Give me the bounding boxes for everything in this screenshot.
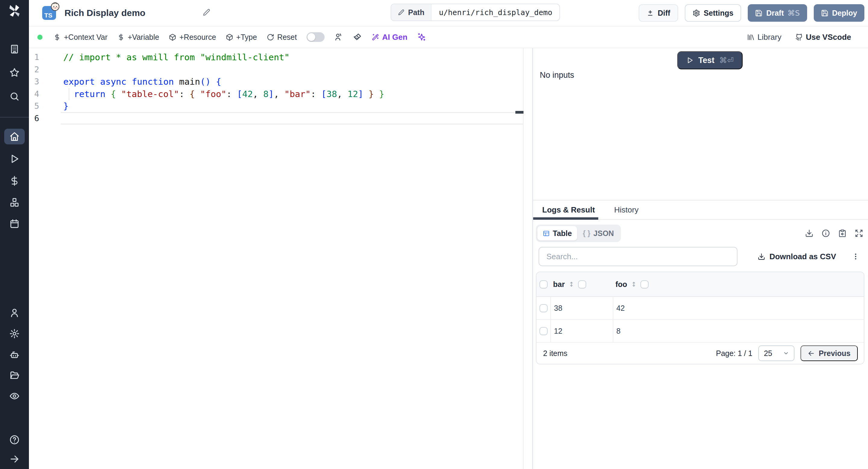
add-type-button[interactable]: +Type	[226, 33, 257, 41]
code-line[interactable]: }	[63, 100, 522, 113]
view-json-label: JSON	[593, 229, 614, 238]
workspace-icon[interactable]	[9, 44, 20, 54]
line-number-gutter: 1 2 3 4 5 6	[29, 51, 39, 124]
test-shortcut: ⌘⏎	[719, 56, 734, 65]
sparkles-icon[interactable]	[417, 33, 426, 41]
multiplayer-toggle[interactable]	[307, 32, 324, 42]
overview-ruler-cursor-mark	[516, 111, 524, 114]
expand-icon[interactable]	[855, 229, 863, 238]
result-view-row: Table { } JSON	[536, 224, 863, 242]
deploy-button[interactable]: Deploy	[814, 4, 864, 22]
table-menu-kebab-icon[interactable]	[852, 253, 860, 260]
result-section: Logs & Result History Table { }	[533, 200, 868, 469]
cell-bar: 12	[550, 320, 613, 342]
library-button[interactable]: Library	[747, 33, 781, 42]
sort-icon[interactable]	[630, 281, 637, 287]
add-context-var-button[interactable]: +Context Var	[53, 33, 107, 41]
table-header-row: bar foo	[536, 272, 864, 297]
sidebar-divider	[0, 117, 29, 118]
row-checkbox[interactable]	[539, 327, 548, 335]
sidebar-item-settings[interactable]	[9, 329, 20, 339]
sidebar-item-home[interactable]	[4, 129, 25, 145]
sidebar-item-resources[interactable]	[9, 197, 20, 208]
use-vscode-button[interactable]: Use VScode	[795, 33, 851, 42]
download-csv-button[interactable]: Download as CSV	[758, 252, 836, 261]
view-table-label: Table	[553, 229, 572, 238]
add-resource-label: +Resource	[179, 33, 216, 41]
line-number: 4	[29, 88, 39, 100]
library-icon	[747, 33, 754, 41]
sort-icon[interactable]	[568, 281, 575, 287]
favorites-star-icon[interactable]	[9, 67, 20, 78]
help-icon[interactable]	[9, 435, 20, 445]
table-icon	[543, 230, 550, 237]
draft-button[interactable]: Draft ⌘S	[748, 4, 807, 22]
reset-label: Reset	[277, 33, 297, 41]
reset-button[interactable]: Reset	[267, 33, 297, 41]
download-csv-label: Download as CSV	[770, 252, 836, 261]
download-icon[interactable]	[805, 229, 813, 238]
code-line[interactable]	[63, 113, 522, 125]
add-variable-button[interactable]: +Variable	[117, 33, 159, 41]
expand-sidebar-arrow-icon[interactable]	[9, 454, 20, 464]
code-line[interactable]: // import * as wmill from "windmill-clie…	[63, 51, 522, 64]
tab-logs-result[interactable]: Logs & Result	[542, 205, 595, 215]
edit-title-pencil-icon[interactable]	[203, 8, 210, 18]
column-toggle-checkbox[interactable]	[578, 280, 586, 288]
table-row[interactable]: 12 8	[536, 320, 864, 343]
multiplayer-users-icon[interactable]	[334, 33, 343, 41]
code-editor[interactable]: 1 2 3 4 5 6 // import * as wmill from "w…	[29, 48, 532, 469]
add-resource-button[interactable]: +Resource	[169, 33, 216, 41]
clipboard-copy-icon[interactable]	[838, 229, 846, 238]
sidebar-item-audit-eye[interactable]	[9, 391, 20, 401]
ai-gen-button[interactable]: AI Gen	[372, 33, 407, 42]
line-number: 5	[29, 100, 39, 113]
toolbar-right: Library Use VScode	[747, 33, 868, 42]
path-prefix: Path	[391, 4, 432, 21]
library-label: Library	[757, 33, 781, 42]
code-line[interactable]: export async function main() {	[63, 76, 522, 88]
path-field[interactable]: Path u/henri/rich_display_demo	[391, 4, 560, 21]
sidebar-item-schedules[interactable]	[9, 219, 20, 229]
sidebar-item-folders[interactable]	[9, 370, 20, 381]
settings-button[interactable]: Settings	[685, 4, 741, 22]
column-header-bar: bar	[553, 280, 565, 289]
cell-bar: 38	[550, 297, 613, 319]
windmill-logo-icon[interactable]	[6, 3, 23, 19]
sidebar-item-variables[interactable]	[9, 176, 20, 186]
search-input[interactable]	[538, 247, 738, 266]
view-json-button[interactable]: { } JSON	[577, 226, 619, 241]
test-run-button[interactable]: Test ⌘⏎	[677, 51, 743, 69]
items-count: 2 items	[543, 349, 567, 358]
sidebar	[0, 0, 29, 469]
page-title: Rich Display demo	[64, 8, 145, 18]
pencil-icon	[398, 9, 404, 16]
table-footer: 2 items Page: 1 / 1 25 Previous	[536, 343, 864, 364]
table-row[interactable]: 38 42	[536, 297, 864, 320]
select-all-checkbox[interactable]	[539, 280, 548, 288]
code-lines[interactable]: // import * as wmill from "windmill-clie…	[63, 51, 522, 124]
save-icon	[821, 9, 829, 17]
sidebar-item-user[interactable]	[9, 308, 20, 318]
sidebar-item-workers[interactable]	[9, 350, 20, 360]
code-line[interactable]: return { "table-col": { "foo": [42, 8], …	[63, 88, 522, 100]
code-line[interactable]	[63, 64, 522, 76]
info-icon[interactable]	[822, 229, 830, 238]
diff-icon	[647, 9, 654, 17]
view-table-button[interactable]: Table	[537, 226, 577, 241]
path-value[interactable]: u/henri/rich_display_demo	[432, 4, 559, 21]
search-icon[interactable]	[9, 91, 20, 101]
format-paintbrush-icon[interactable]	[353, 33, 362, 41]
previous-page-button[interactable]: Previous	[801, 345, 858, 361]
sidebar-item-runs[interactable]	[9, 154, 20, 164]
windmill-app: TS Rich Display demo Path u/henri/ri	[0, 0, 868, 469]
diff-button[interactable]: Diff	[639, 4, 678, 22]
status-dot	[37, 35, 42, 40]
row-checkbox[interactable]	[539, 304, 548, 312]
tab-history[interactable]: History	[614, 205, 639, 215]
page-size-select[interactable]: 25	[758, 345, 795, 361]
column-toggle-checkbox[interactable]	[641, 280, 649, 288]
no-inputs-text: No inputs	[540, 70, 574, 80]
save-icon	[755, 9, 763, 17]
draft-label: Draft	[766, 9, 784, 18]
